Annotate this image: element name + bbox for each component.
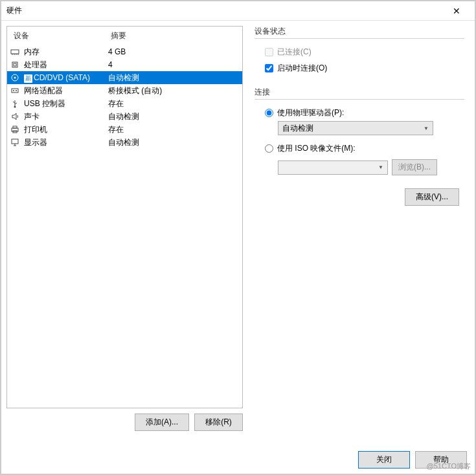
printer-icon bbox=[10, 125, 20, 134]
remove-button[interactable]: 移除(R) bbox=[194, 414, 243, 431]
cpu-icon bbox=[10, 60, 20, 69]
svg-point-8 bbox=[14, 77, 16, 79]
device-name: 声卡 bbox=[24, 111, 108, 122]
device-summary: 自动检测 bbox=[108, 72, 240, 83]
browse-button: 浏览(B)... bbox=[392, 159, 437, 175]
device-row-usb[interactable]: USB 控制器 存在 bbox=[7, 97, 242, 110]
physical-drive-row[interactable]: 使用物理驱动器(P): bbox=[255, 105, 464, 121]
window-title: 硬件 bbox=[6, 5, 22, 16]
sound-icon bbox=[10, 112, 20, 121]
svg-point-11 bbox=[16, 90, 17, 91]
device-row-cpu[interactable]: 处理器 4 bbox=[7, 58, 242, 71]
device-summary: 存在 bbox=[108, 98, 240, 109]
device-name: 显示器 bbox=[24, 137, 108, 148]
device-name: 处理器 bbox=[24, 60, 108, 71]
svg-rect-0 bbox=[11, 50, 19, 54]
add-button[interactable]: 添加(A)... bbox=[135, 414, 189, 431]
device-summary: 4 GB bbox=[108, 47, 240, 56]
usb-icon bbox=[10, 99, 20, 108]
device-row-memory[interactable]: 内存 4 GB bbox=[7, 45, 242, 58]
svg-rect-15 bbox=[13, 126, 17, 128]
device-row-network[interactable]: 网络适配器 桥接模式 (自动) bbox=[7, 84, 242, 97]
advanced-button[interactable]: 高级(V)... bbox=[405, 188, 459, 206]
device-name: 打印机 bbox=[24, 124, 108, 135]
network-icon bbox=[10, 86, 20, 95]
device-summary: 4 bbox=[108, 60, 240, 69]
connect-poweron-row[interactable]: 启动时连接(O) bbox=[255, 60, 464, 76]
device-name: 网络适配器 bbox=[24, 85, 108, 96]
chevron-down-icon: ▼ bbox=[424, 126, 429, 131]
device-row-cddvd[interactable]: 新CD/DVD (SATA) 自动检测 bbox=[7, 71, 242, 84]
physical-drive-radio[interactable] bbox=[265, 109, 273, 117]
device-name: 新CD/DVD (SATA) bbox=[24, 73, 108, 83]
device-name: USB 控制器 bbox=[24, 98, 108, 109]
device-name: 内存 bbox=[24, 47, 108, 58]
svg-rect-6 bbox=[14, 63, 16, 66]
iso-path-dropdown: ▼ bbox=[278, 160, 388, 175]
device-row-display[interactable]: 显示器 自动检测 bbox=[7, 136, 242, 149]
display-icon bbox=[10, 138, 20, 147]
chevron-down-icon: ▼ bbox=[378, 164, 383, 170]
header-device: 设备 bbox=[14, 30, 111, 41]
physical-drive-dropdown[interactable]: 自动检测 ▼ bbox=[278, 121, 433, 135]
device-summary: 自动检测 bbox=[108, 111, 240, 122]
device-list: 设备 摘要 内存 4 GB 处理器 4 新CD/DVD (SATA) 自动检测 bbox=[6, 26, 243, 408]
device-summary: 桥接模式 (自动) bbox=[108, 85, 240, 96]
svg-point-10 bbox=[13, 90, 14, 91]
svg-rect-5 bbox=[12, 62, 17, 67]
svg-point-13 bbox=[14, 106, 16, 108]
physical-drive-label: 使用物理驱动器(P): bbox=[277, 107, 344, 118]
close-icon[interactable]: ✕ bbox=[444, 2, 470, 20]
connected-checkbox-row: 已连接(C) bbox=[255, 44, 464, 60]
device-row-sound[interactable]: 声卡 自动检测 bbox=[7, 110, 242, 123]
help-button[interactable]: 帮助 bbox=[415, 451, 467, 469]
new-badge: 新 bbox=[24, 74, 32, 83]
connected-checkbox bbox=[265, 48, 273, 56]
iso-file-label: 使用 ISO 映像文件(M): bbox=[277, 143, 356, 154]
header-summary: 摘要 bbox=[111, 30, 236, 41]
connect-poweron-label: 启动时连接(O) bbox=[277, 63, 327, 74]
connect-poweron-checkbox[interactable] bbox=[265, 64, 273, 72]
iso-file-row[interactable]: 使用 ISO 映像文件(M): bbox=[255, 140, 464, 157]
svg-rect-17 bbox=[12, 139, 18, 144]
close-button[interactable]: 关闭 bbox=[358, 451, 410, 469]
connection-title: 连接 bbox=[255, 87, 464, 100]
svg-rect-9 bbox=[12, 89, 18, 93]
iso-file-radio[interactable] bbox=[265, 144, 273, 153]
memory-icon bbox=[10, 47, 20, 56]
device-summary: 自动检测 bbox=[108, 137, 240, 148]
device-summary: 存在 bbox=[108, 124, 240, 135]
device-row-printer[interactable]: 打印机 存在 bbox=[7, 123, 242, 136]
cd-icon bbox=[10, 73, 20, 82]
device-status-title: 设备状态 bbox=[255, 26, 464, 39]
dropdown-value: 自动检测 bbox=[282, 123, 313, 134]
connected-label: 已连接(C) bbox=[277, 47, 312, 58]
